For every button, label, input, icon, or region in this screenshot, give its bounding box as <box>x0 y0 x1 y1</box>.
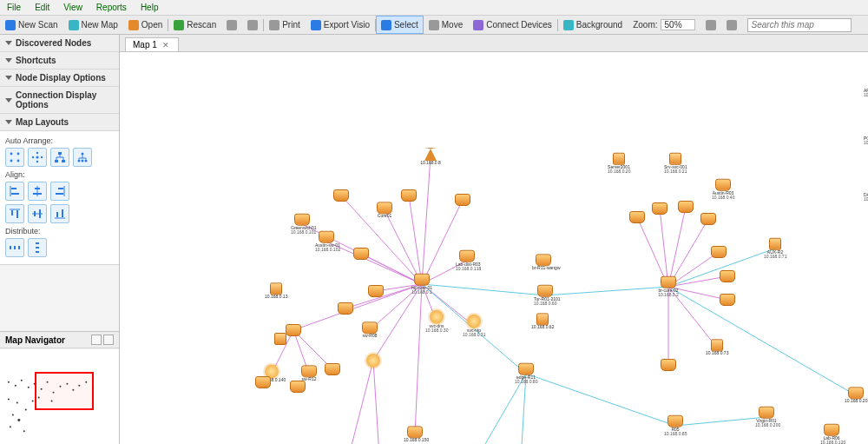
acc-discovered[interactable]: Discovered Nodes <box>0 35 119 52</box>
acc-shortcuts[interactable]: Shortcuts <box>0 52 119 70</box>
network-node[interactable] <box>716 294 739 306</box>
network-node[interactable] <box>365 285 387 297</box>
align-middle[interactable] <box>28 204 47 223</box>
map-canvas[interactable]: 10.168.0.8 Server2001 10.168.0.20 Srv-sv… <box>120 52 868 444</box>
network-node[interactable]: Austin-sw-01 10.168.0.102 <box>315 231 338 253</box>
network-node[interactable]: 10.168.0.13 <box>265 282 287 299</box>
layout-grid[interactable] <box>5 148 24 167</box>
network-node[interactable]: hq-core-01 10.168.0.1 <box>411 274 433 295</box>
network-node[interactable]: 10.168.0.73 <box>706 339 728 355</box>
network-node[interactable] <box>697 213 720 225</box>
tb-select[interactable]: Select <box>376 16 424 34</box>
tb-search-ico[interactable] <box>721 16 742 34</box>
network-node[interactable]: Greenwich01 10.168.0.101 <box>291 214 313 235</box>
layout-radial[interactable] <box>28 148 47 167</box>
tb-print[interactable]: Print <box>264 16 306 34</box>
network-node[interactable]: br-core-02 10.168.0.2 <box>657 276 680 298</box>
tab-map1[interactable]: Map 1 ✕ <box>125 37 179 51</box>
network-node[interactable]: Server2001 10.168.0.20 <box>608 153 630 175</box>
tb-new-scan[interactable]: New Scan <box>0 16 63 34</box>
network-node[interactable] <box>252 376 274 388</box>
network-node[interactable] <box>269 333 292 345</box>
tb-redo[interactable] <box>242 16 263 34</box>
nav-btn-2[interactable] <box>103 335 114 345</box>
tb-connect[interactable]: Connect Devices <box>468 16 557 34</box>
network-node[interactable] <box>350 248 372 260</box>
network-node[interactable] <box>330 189 352 202</box>
network-node[interactable]: PGLAN-R001 10.168.0.220 <box>864 124 868 146</box>
tb-new-map[interactable]: New Map <box>63 16 123 34</box>
network-node[interactable] <box>451 194 474 206</box>
network-node[interactable]: APSERVER001 10.168.0.210 <box>864 76 868 98</box>
network-node[interactable]: edge-R11 10.168.0.80 <box>515 363 537 385</box>
network-node[interactable]: R05 10.168.0.85 <box>664 415 687 437</box>
zoom-value[interactable]: 50% <box>661 19 695 30</box>
acc-layouts[interactable]: Map Layouts <box>0 114 119 131</box>
network-node[interactable]: Tor-R01-2101 10.168.0.60 <box>534 285 556 307</box>
navigator-viewport[interactable] <box>35 372 94 410</box>
network-node[interactable] <box>674 201 697 213</box>
align-top[interactable] <box>5 204 24 223</box>
align-right[interactable] <box>50 182 69 201</box>
network-node[interactable]: 10.168.0.62 <box>531 313 554 329</box>
network-node[interactable]: Virgin-R01 10.168.0.200 <box>755 407 778 428</box>
acc-node-opts[interactable]: Node Display Options <box>0 70 119 87</box>
tb-zoom-fit[interactable] <box>700 16 721 34</box>
network-node[interactable] <box>716 270 739 282</box>
device-icon <box>430 310 444 324</box>
network-node[interactable]: AUX-R2 10.168.0.71 <box>764 238 786 260</box>
svg-point-49 <box>16 402 18 404</box>
network-node[interactable]: 10.168.0.201 <box>845 387 867 403</box>
network-node[interactable] <box>398 189 420 202</box>
network-node[interactable]: sw-R08 <box>358 321 381 338</box>
close-icon[interactable]: ✕ <box>162 41 169 50</box>
tb-rescan[interactable]: Rescan <box>168 16 221 34</box>
network-node[interactable] <box>362 354 385 368</box>
align-center[interactable] <box>28 182 47 201</box>
menu-view[interactable]: View <box>56 1 89 14</box>
tb-background[interactable]: Background <box>558 16 628 34</box>
tb-undo[interactable] <box>221 16 242 34</box>
align-left[interactable] <box>5 182 24 201</box>
network-node[interactable] <box>657 359 680 371</box>
network-node[interactable]: Lab-R06 10.168.0.120 <box>820 424 843 444</box>
network-node[interactable] <box>321 363 344 375</box>
network-node[interactable]: br-R11-wangw <box>532 254 555 270</box>
navigator-canvas[interactable] <box>0 348 119 444</box>
network-node[interactable]: Lab-dist-R03 10.168.0.118 <box>456 250 478 272</box>
align-bottom[interactable] <box>50 204 69 223</box>
network-node[interactable]: 10.168.0.150 <box>404 426 426 442</box>
network-node[interactable]: Srv-svc-001 10.168.0.21 <box>664 153 687 175</box>
network-node[interactable] <box>626 211 648 223</box>
network-node[interactable] <box>707 246 730 258</box>
layout-tree[interactable] <box>50 148 69 167</box>
dist-horiz[interactable] <box>5 238 24 257</box>
device-icon <box>270 282 282 295</box>
device-icon <box>537 285 553 297</box>
network-node[interactable] <box>648 202 671 215</box>
menu-reports[interactable]: Reports <box>89 1 134 14</box>
layout-hier[interactable] <box>73 148 92 167</box>
network-node[interactable] <box>286 381 309 393</box>
menu-help[interactable]: Help <box>134 1 166 14</box>
svg-line-78 <box>660 209 668 287</box>
device-icon <box>720 294 735 306</box>
network-node[interactable]: 10.168.0.8 <box>419 148 442 165</box>
tb-open[interactable]: Open <box>123 16 168 34</box>
tb-move[interactable]: Move <box>424 16 468 34</box>
network-node[interactable] <box>334 302 357 315</box>
network-node[interactable]: svc-ntp 10.168.0.31 <box>463 315 485 338</box>
menu-file[interactable]: File <box>0 1 28 14</box>
search-input[interactable] <box>747 18 852 32</box>
network-node[interactable]: svc-dns 10.168.0.30 <box>425 310 448 334</box>
network-node[interactable]: Core01 <box>373 202 396 218</box>
acc-conn-opts[interactable]: Connection Display Options <box>0 87 119 114</box>
network-node[interactable]: DALLAS-R01 10.168.0.230 <box>864 181 868 202</box>
menu-edit[interactable]: Edit <box>28 1 56 14</box>
nav-btn-1[interactable] <box>91 335 102 345</box>
device-icon <box>720 270 735 282</box>
network-node[interactable]: Austin-R03 10.168.0.40 <box>712 179 734 201</box>
dist-vert[interactable] <box>28 238 47 257</box>
tb-export[interactable]: Export Visio <box>306 16 375 34</box>
network-node[interactable]: sw-R12 <box>298 365 320 381</box>
